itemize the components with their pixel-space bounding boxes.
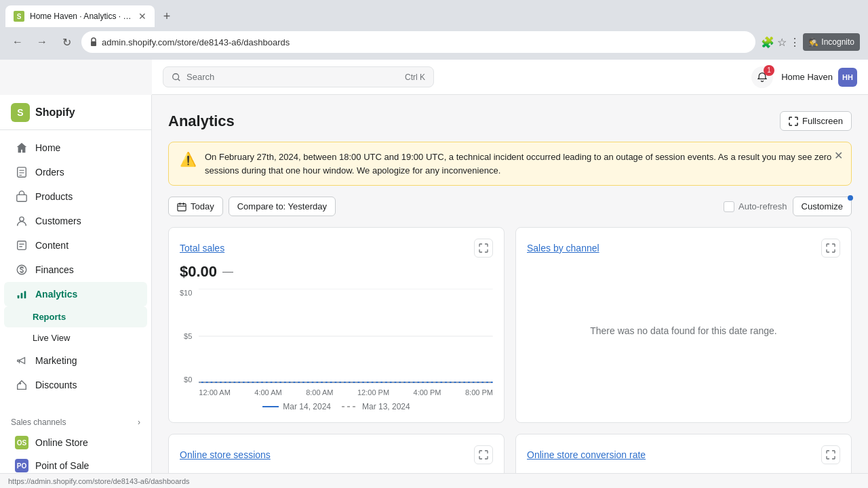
sidebar-item-orders[interactable]: Orders (4, 160, 147, 184)
sidebar-item-live-view[interactable]: Live View (4, 327, 147, 348)
total-sales-expand-icon[interactable] (474, 239, 493, 258)
y-label-0: $0 (180, 375, 192, 384)
fullscreen-button[interactable]: Fullscreen (780, 111, 852, 131)
legend-line-dashed (342, 406, 358, 407)
incognito-icon: 🕵 (808, 37, 818, 47)
x-label-12pm: 12:00 PM (357, 388, 389, 396)
total-sales-title[interactable]: Total sales (180, 243, 224, 253)
fullscreen-label: Fullscreen (802, 116, 843, 126)
page-title: Analytics (168, 113, 235, 130)
sidebar-item-label-marketing: Marketing (35, 355, 77, 366)
store-name: Home Haven (781, 72, 833, 82)
svg-point-15 (20, 383, 21, 384)
sales-by-channel-expand-icon[interactable] (821, 239, 840, 258)
online-store-conversion-title[interactable]: Online store conversion rate (527, 449, 646, 460)
incognito-button[interactable]: 🕵 Incognito (803, 33, 860, 51)
menu-icon[interactable]: ⋮ (789, 36, 800, 49)
forward-button[interactable]: → (33, 33, 52, 52)
active-tab[interactable]: S Home Haven · Analytics · Shopi ✕ (5, 5, 155, 27)
total-sales-chart-container: $10 $5 $0 (180, 289, 493, 396)
sidebar-item-finances[interactable]: Finances (4, 258, 147, 282)
status-bar: https://admin.shopify.com/store/de8143-a… (0, 473, 868, 488)
alert-close-button[interactable]: ✕ (834, 149, 843, 162)
auto-refresh-checkbox[interactable] (724, 201, 734, 212)
y-axis-labels: $10 $5 $0 (180, 289, 195, 384)
svg-point-6 (20, 217, 24, 221)
date-picker-button[interactable]: Today (168, 197, 223, 216)
view-controls: Auto-refresh Customize (724, 197, 852, 216)
extension-icon[interactable]: 🧩 (761, 36, 774, 49)
incognito-label: Incognito (821, 37, 854, 47)
online-store-sessions-title[interactable]: Online store sessions (180, 449, 271, 460)
sidebar-header: S Shopify (0, 95, 151, 130)
app-container: S Shopify Home Orders Produc (0, 95, 868, 488)
sidebar-item-customers[interactable]: Customers (4, 209, 147, 233)
sidebar-item-home[interactable]: Home (4, 136, 147, 160)
x-label-4pm: 4:00 PM (414, 388, 441, 396)
auto-refresh-toggle[interactable]: Auto-refresh (724, 201, 787, 212)
bookmark-icon[interactable]: ☆ (777, 36, 787, 49)
products-icon (15, 190, 28, 203)
store-button[interactable]: Home Haven HH (781, 68, 857, 87)
back-button[interactable]: ← (8, 33, 27, 52)
shopify-logo[interactable]: S Shopify (11, 103, 75, 122)
legend-item-today: Mar 14, 2024 (262, 402, 331, 411)
reload-button[interactable]: ↻ (57, 33, 76, 52)
total-sales-header: Total sales (180, 239, 493, 258)
y-label-10: $10 (180, 289, 192, 297)
expand-icon[interactable]: › (138, 418, 140, 427)
svg-rect-14 (18, 360, 20, 361)
compare-button[interactable]: Compare to: Yesterday (229, 197, 336, 216)
x-label-8am: 8:00 AM (306, 388, 333, 396)
shopify-logo-text: Shopify (35, 106, 75, 119)
controls-bar: Today Compare to: Yesterday Auto-refresh… (168, 197, 852, 216)
notification-button[interactable]: 1 (751, 66, 773, 88)
sidebar-item-reports[interactable]: Reports (4, 306, 147, 327)
sales-by-channel-title[interactable]: Sales by channel (527, 243, 599, 253)
sidebar-item-products[interactable]: Products (4, 184, 147, 209)
customers-icon (15, 214, 28, 228)
sidebar-item-label-products: Products (35, 191, 73, 202)
tab-title: Home Haven · Analytics · Shopi (30, 12, 133, 21)
x-label-8pm: 8:00 PM (465, 388, 493, 396)
date-label: Today (191, 201, 214, 211)
shopify-topbar: Search Ctrl K 1 Home Haven HH (152, 60, 868, 95)
date-controls: Today Compare to: Yesterday (168, 197, 336, 216)
page-header: Analytics Fullscreen (168, 111, 852, 131)
charts-grid: Total sales $0.00 — $10 $5 $0 (168, 227, 852, 488)
alert-text: On February 27th, 2024, between 18:00 UT… (205, 150, 840, 177)
svg-rect-7 (18, 241, 26, 250)
svg-rect-13 (24, 291, 26, 299)
sidebar-channel-online-store[interactable]: OS Online Store (4, 431, 147, 454)
online-store-conversion-expand-icon[interactable] (821, 445, 840, 464)
address-bar[interactable]: admin.shopify.com/store/de8143-a6/dashbo… (81, 31, 755, 53)
customize-button[interactable]: Customize (793, 197, 852, 216)
online-store-sessions-expand-icon[interactable] (474, 445, 493, 464)
svg-rect-11 (18, 296, 20, 299)
svg-line-27 (178, 79, 180, 81)
sidebar-item-label-reports: Reports (33, 312, 66, 322)
finances-icon (15, 263, 28, 277)
channel-label-pos: Point of Sale (35, 460, 89, 471)
topbar-right: 1 Home Haven HH (751, 66, 857, 88)
marketing-icon (15, 354, 28, 367)
sidebar-item-content[interactable]: Content (4, 233, 147, 258)
title-bar: S Home Haven · Analytics · Shopi ✕ + (0, 0, 868, 27)
analytics-icon (15, 287, 28, 301)
sidebar-item-marketing[interactable]: Marketing (4, 348, 147, 373)
sidebar-item-analytics[interactable]: Analytics (4, 282, 147, 306)
sidebar-item-label-discounts: Discounts (35, 380, 77, 390)
new-tab-button[interactable]: + (157, 7, 176, 26)
channel-label-online-store: Online Store (35, 437, 88, 448)
svg-rect-1 (18, 167, 26, 177)
sidebar-item-label-orders: Orders (35, 167, 64, 178)
sidebar-item-discounts[interactable]: Discounts (4, 373, 147, 397)
search-box[interactable]: Search Ctrl K (163, 66, 434, 87)
x-label-4am: 4:00 AM (254, 388, 281, 396)
point-of-sale-icon: PO (15, 459, 28, 472)
sidebar: S Shopify Home Orders Produc (0, 95, 152, 488)
total-sales-card: Total sales $0.00 — $10 $5 $0 (168, 227, 505, 423)
svg-rect-17 (178, 203, 186, 211)
online-store-icon: OS (15, 436, 28, 449)
tab-close-button[interactable]: ✕ (138, 11, 146, 22)
